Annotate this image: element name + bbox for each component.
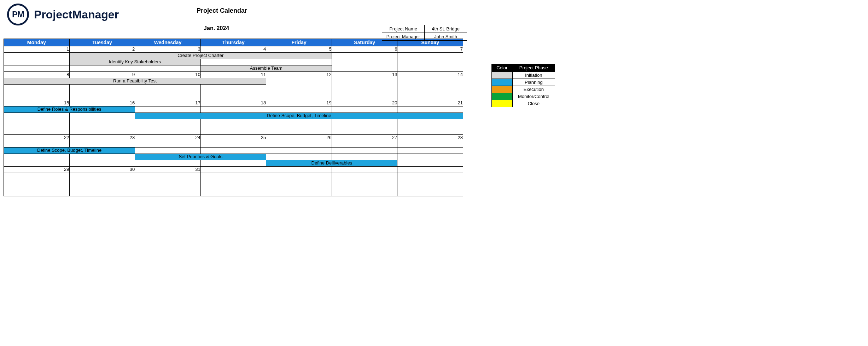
empty-cell	[4, 53, 70, 59]
empty-cell	[332, 173, 397, 196]
date-cell: 1	[4, 46, 70, 53]
date-cell: 10	[135, 72, 201, 78]
calendar-grid: Monday Tuesday Wednesday Thursday Friday…	[4, 39, 463, 196]
empty-cell	[266, 148, 332, 154]
empty-cell	[332, 106, 397, 113]
empty-cell	[332, 148, 397, 154]
date-cell: 16	[69, 100, 135, 106]
date-cell	[397, 167, 463, 173]
week1-task-row1: Create Project Charter	[4, 53, 463, 59]
phase-legend: Color Project Phase Initiation Planning …	[491, 64, 555, 107]
empty-cell	[69, 154, 135, 160]
empty-cell	[266, 59, 332, 65]
empty-cell	[332, 141, 397, 148]
empty-cell	[135, 106, 201, 113]
empty-cell	[69, 141, 135, 148]
swatch-monitor	[492, 93, 513, 100]
date-cell: 25	[200, 135, 266, 141]
empty-cell	[397, 53, 463, 72]
empty-cell	[332, 53, 397, 72]
date-cell	[200, 167, 266, 173]
legend-col-color: Color	[492, 64, 513, 72]
empty-cell	[135, 65, 201, 72]
date-cell: 26	[266, 135, 332, 141]
week3-task-row1: Define Roles & Responsibilities	[4, 106, 463, 113]
date-cell: 23	[69, 135, 135, 141]
date-cell: 6	[332, 46, 397, 53]
date-cell: 13	[332, 72, 397, 78]
empty-cell	[200, 141, 266, 148]
empty-cell	[135, 85, 201, 100]
task-bar-feasibility: Run a Feasibility Test	[4, 78, 266, 85]
weekday-mon: Monday	[4, 39, 70, 46]
empty-cell	[4, 85, 70, 100]
logo-badge-icon: PM	[7, 4, 29, 25]
weekday-thu: Thursday	[200, 39, 266, 46]
empty-cell	[69, 173, 135, 196]
empty-cell	[69, 65, 135, 72]
brand-logo: PM ProjectManager	[7, 4, 119, 25]
empty-cell	[69, 113, 135, 119]
swatch-close	[492, 100, 513, 107]
empty-cell	[397, 106, 463, 113]
info-name-value: 4th St. Bridge	[425, 25, 467, 33]
date-cell: 12	[266, 72, 332, 78]
empty-cell	[135, 141, 201, 148]
week3-task-row3	[4, 119, 463, 135]
info-name-label: Project Name	[382, 25, 425, 33]
date-cell: 9	[69, 72, 135, 78]
empty-cell	[397, 119, 463, 135]
empty-cell	[4, 154, 70, 160]
logo-initials: PM	[12, 10, 24, 19]
task-bar-deliverables: Define Delliverables	[266, 160, 397, 167]
date-cell: 11	[200, 72, 266, 78]
empty-cell	[135, 148, 201, 154]
empty-cell	[135, 173, 201, 196]
date-cell: 24	[135, 135, 201, 141]
empty-cell	[332, 78, 397, 100]
empty-cell	[4, 113, 70, 119]
legend-initiation: Initiation	[512, 72, 555, 79]
date-cell: 5	[266, 46, 332, 53]
week2-task-row1: Run a Feasibility Test	[4, 78, 463, 85]
legend-close: Close	[512, 100, 555, 107]
page-title: Project Calendar	[197, 7, 303, 15]
period-title: Jan. 2024	[204, 25, 303, 31]
empty-cell	[332, 119, 397, 135]
empty-cell	[69, 85, 135, 100]
task-bar-scope: Define Scope, Budget, Timeline	[135, 113, 463, 119]
legend-monitor: Monitor/Control	[512, 93, 555, 100]
empty-cell	[397, 141, 463, 148]
empty-cell	[200, 160, 266, 167]
week4-daynums: 22 23 24 25 26 27 28	[4, 135, 463, 141]
week3-daynums: 15 16 17 18 19 20 21	[4, 100, 463, 106]
empty-cell	[4, 65, 70, 72]
empty-cell	[200, 85, 266, 100]
info-manager-value: John Smith	[425, 33, 467, 41]
empty-cell	[266, 106, 332, 113]
date-cell: 22	[4, 135, 70, 141]
week3-task-row2: Define Scope, Budget, Timeline	[4, 113, 463, 119]
empty-cell	[397, 148, 463, 154]
week4-task-row0	[4, 141, 463, 148]
date-cell: 2	[69, 46, 135, 53]
empty-cell	[266, 173, 332, 196]
date-cell: 14	[397, 72, 463, 78]
empty-cell	[200, 119, 266, 135]
date-cell	[266, 167, 332, 173]
empty-cell	[4, 59, 70, 65]
legend-col-phase: Project Phase	[512, 64, 555, 72]
empty-cell	[266, 141, 332, 148]
date-cell	[332, 167, 397, 173]
weekday-fri: Friday	[266, 39, 332, 46]
weekday-tue: Tuesday	[69, 39, 135, 46]
date-cell: 7	[397, 46, 463, 53]
date-cell: 19	[266, 100, 332, 106]
task-bar-scope2: Define Scope, Budget, Timeline	[4, 148, 135, 154]
empty-cell	[135, 160, 201, 167]
empty-cell	[266, 119, 332, 135]
empty-cell	[200, 148, 266, 154]
task-bar-priorities: Set Priorities & Goals	[135, 154, 266, 160]
date-cell: 30	[69, 167, 135, 173]
task-bar-roles: Define Roles & Responsibilities	[4, 106, 135, 113]
